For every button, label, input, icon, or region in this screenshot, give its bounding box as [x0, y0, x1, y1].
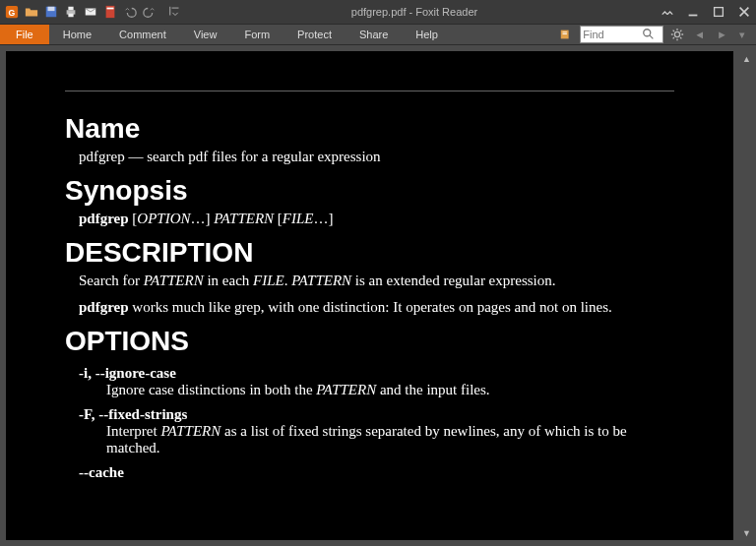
desc-line-2: pdfgrep works much like grep, with one d… — [79, 299, 674, 316]
menu-file[interactable]: File — [0, 25, 49, 44]
search-input[interactable] — [583, 29, 642, 40]
find-next-icon[interactable]: ► — [714, 29, 730, 40]
quick-access-toolbar: G — [4, 4, 183, 20]
window-title: pdfgrep.pdf - Foxit Reader — [351, 6, 477, 18]
svg-rect-3 — [48, 7, 55, 11]
option-fixed-strings-desc: Interpret PATTERN as a list of fixed str… — [106, 423, 674, 456]
heading-synopsis: Synopsis — [65, 175, 674, 207]
synopsis-line: pdfgrep [OPTION…] PATTERN [FILE…] — [79, 211, 674, 227]
svg-point-16 — [644, 30, 651, 36]
menu-share[interactable]: Share — [346, 25, 402, 44]
option-ignore-case: -i, --ignore-case — [79, 365, 674, 382]
svg-rect-14 — [563, 31, 567, 32]
heading-description: DESCRIPTION — [65, 237, 674, 269]
redo-icon[interactable] — [142, 4, 158, 20]
print-icon[interactable] — [63, 4, 79, 20]
svg-point-17 — [675, 31, 680, 36]
option-fixed-strings: -F, --fixed-strings — [79, 406, 674, 423]
document-viewport: Name pdfgrep — search pdf files for a re… — [0, 45, 756, 546]
qat-dropdown-icon[interactable] — [167, 4, 183, 20]
menu-help[interactable]: Help — [402, 25, 452, 44]
menu-form[interactable]: Form — [230, 25, 284, 44]
minimize-icon[interactable] — [685, 4, 701, 20]
pdf-page: Name pdfgrep — search pdf files for a re… — [6, 51, 733, 540]
page-rule — [65, 91, 674, 91]
settings-gear-icon[interactable] — [669, 27, 685, 42]
option-ignore-case-desc: Ignore case distinctions in both the PAT… — [106, 382, 674, 398]
svg-rect-15 — [563, 33, 567, 34]
search-box[interactable] — [580, 26, 663, 43]
menu-bar: File Home Comment View Form Protect Shar… — [0, 24, 756, 45]
menu-view[interactable]: View — [180, 25, 231, 44]
form-highlight-icon[interactable] — [558, 27, 574, 42]
menu-right-tools: ◄ ► ▾ — [558, 25, 756, 44]
heading-options: OPTIONS — [65, 326, 674, 357]
maximize-icon[interactable] — [711, 4, 726, 20]
svg-rect-12 — [715, 8, 724, 17]
undo-icon[interactable] — [122, 4, 138, 20]
window-controls — [660, 4, 752, 20]
menu-comment[interactable]: Comment — [105, 25, 180, 44]
scroll-down-icon[interactable]: ▼ — [739, 525, 754, 540]
option-cache: --cache — [79, 464, 674, 481]
menu-chevron-icon[interactable]: ▾ — [736, 29, 748, 41]
email-icon[interactable] — [83, 4, 98, 20]
vertical-scrollbar[interactable]: ▲ ▼ — [739, 51, 754, 540]
open-icon[interactable] — [24, 4, 39, 20]
svg-rect-11 — [689, 15, 698, 17]
desc-line-1: Search for PATTERN in each FILE. PATTERN… — [79, 273, 674, 289]
svg-rect-6 — [68, 14, 73, 18]
app-icon: G — [4, 4, 20, 20]
save-icon[interactable] — [43, 4, 59, 20]
title-bar: G pdfgrep.pdf - Foxit Reader — [0, 0, 756, 24]
svg-rect-9 — [107, 8, 114, 10]
close-icon[interactable] — [736, 4, 752, 20]
menu-protect[interactable]: Protect — [284, 25, 346, 44]
name-line: pdfgrep — search pdf files for a regular… — [79, 149, 674, 165]
svg-text:G: G — [9, 8, 16, 18]
svg-rect-10 — [172, 8, 179, 9]
scroll-up-icon[interactable]: ▲ — [739, 51, 754, 66]
ribbon-toggle-icon[interactable] — [660, 4, 675, 20]
svg-rect-5 — [68, 7, 73, 11]
menu-home[interactable]: Home — [49, 25, 105, 44]
heading-name: Name — [65, 113, 674, 145]
pdf-icon[interactable] — [102, 4, 118, 20]
syn-cmd: pdfgrep — [79, 211, 129, 226]
search-icon[interactable] — [642, 28, 656, 41]
find-prev-icon[interactable]: ◄ — [691, 29, 708, 40]
